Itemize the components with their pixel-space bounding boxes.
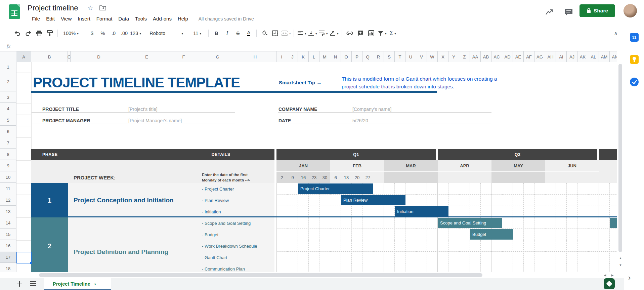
gantt-cell[interactable] <box>330 240 341 252</box>
text-rotation-icon[interactable]: ▾ <box>329 28 339 38</box>
selected-cell-a17[interactable] <box>16 252 32 263</box>
gantt-cell[interactable] <box>276 252 287 263</box>
avatar[interactable] <box>624 4 637 17</box>
gantt-cell[interactable] <box>470 195 481 206</box>
gantt-cell[interactable] <box>287 195 298 206</box>
menu-edit[interactable]: Edit <box>43 15 58 23</box>
gantt-cell[interactable] <box>610 206 617 217</box>
gantt-cell[interactable] <box>588 263 599 272</box>
gantt-cell[interactable] <box>599 206 610 217</box>
gantt-cell[interactable] <box>545 240 556 252</box>
gantt-cell[interactable] <box>319 217 330 229</box>
gantt-cell[interactable] <box>309 206 319 217</box>
gantt-cell[interactable] <box>448 206 459 217</box>
sheet-tab-caret-icon[interactable]: ▾ <box>94 282 96 286</box>
gantt-cell[interactable] <box>534 206 545 217</box>
column-header-A[interactable]: A <box>16 51 31 62</box>
gantt-cell[interactable] <box>599 263 610 272</box>
column-header-E[interactable]: E <box>127 51 166 62</box>
fill-color-icon[interactable] <box>259 28 269 38</box>
gantt-cell[interactable] <box>556 183 567 195</box>
gantt-cell[interactable] <box>459 206 470 217</box>
row-header-8[interactable]: 8 <box>0 149 16 160</box>
row-header-10[interactable]: 10 <box>0 172 16 183</box>
column-header-AF[interactable]: AF <box>524 51 534 62</box>
gantt-cell[interactable] <box>588 183 599 195</box>
gantt-cell[interactable] <box>362 229 373 240</box>
gantt-cell[interactable] <box>298 195 309 206</box>
column-header-AJ[interactable]: AJ <box>567 51 577 62</box>
gantt-cell[interactable] <box>384 252 395 263</box>
gantt-cell[interactable] <box>534 195 545 206</box>
zoom-select[interactable]: 100%▾ <box>60 28 81 38</box>
keep-icon[interactable] <box>630 55 639 64</box>
gantt-cell[interactable] <box>502 195 513 206</box>
column-header-L[interactable]: L <box>309 51 319 62</box>
gantt-cell[interactable] <box>513 206 524 217</box>
column-header-Z[interactable]: Z <box>459 51 470 62</box>
gantt-cell[interactable] <box>534 183 545 195</box>
gantt-cell[interactable] <box>577 195 588 206</box>
menu-file[interactable]: File <box>29 15 43 23</box>
gantt-cell[interactable] <box>459 252 470 263</box>
menu-help[interactable]: Help <box>175 15 191 23</box>
gantt-cell[interactable] <box>502 206 513 217</box>
menu-data[interactable]: Data <box>115 15 132 23</box>
all-sheets-icon[interactable] <box>30 281 36 287</box>
gantt-cell[interactable] <box>405 195 416 206</box>
gantt-cell[interactable] <box>556 263 567 272</box>
share-button[interactable]: Share <box>579 4 615 17</box>
gantt-cell[interactable] <box>448 240 459 252</box>
row-headers[interactable]: 123456789101112131415161718 <box>0 62 16 272</box>
column-header-Q[interactable]: Q <box>362 51 373 62</box>
gantt-cell[interactable] <box>330 217 341 229</box>
undo-icon[interactable] <box>12 28 23 38</box>
gantt-cell[interactable] <box>567 229 577 240</box>
calendar-icon[interactable]: 31 <box>630 33 639 42</box>
number-format-button[interactable]: 123▾ <box>130 28 141 38</box>
column-header-S[interactable]: S <box>384 51 395 62</box>
gantt-cell[interactable] <box>502 263 513 272</box>
insert-comment-icon[interactable] <box>355 28 366 38</box>
column-header-AD[interactable]: AD <box>502 51 513 62</box>
gantt-cell[interactable] <box>341 263 352 272</box>
gantt-cell[interactable] <box>567 183 577 195</box>
gantt-cell[interactable] <box>405 183 416 195</box>
gantt-cell[interactable] <box>459 229 470 240</box>
scroll-left-icon[interactable]: ◀ <box>602 273 608 278</box>
gantt-cell[interactable] <box>610 195 617 206</box>
gantt-cell[interactable] <box>287 240 298 252</box>
gantt-bar[interactable] <box>610 218 617 228</box>
gantt-cell[interactable] <box>416 183 427 195</box>
gantt-cell[interactable] <box>524 229 534 240</box>
column-header-AG[interactable]: AG <box>534 51 545 62</box>
gantt-cell[interactable] <box>362 263 373 272</box>
gantt-cell[interactable] <box>524 240 534 252</box>
insert-chart-icon[interactable] <box>366 28 376 38</box>
gantt-cell[interactable] <box>481 252 491 263</box>
gantt-cell[interactable] <box>588 229 599 240</box>
gantt-cell[interactable] <box>588 240 599 252</box>
percent-format-button[interactable]: % <box>98 28 108 38</box>
scroll-right-icon[interactable]: ▶ <box>609 273 615 278</box>
column-header-T[interactable]: T <box>395 51 405 62</box>
gantt-cell[interactable] <box>384 240 395 252</box>
column-header-V[interactable]: V <box>416 51 427 62</box>
gantt-cell[interactable] <box>427 183 438 195</box>
gantt-cell[interactable] <box>556 240 567 252</box>
gantt-cell[interactable] <box>309 229 319 240</box>
gantt-cell[interactable] <box>341 206 352 217</box>
sheet-grid[interactable]: PROJECT TIMELINE TEMPLATESmartsheet Tip … <box>16 62 617 272</box>
gantt-cell[interactable] <box>319 195 330 206</box>
gantt-cell[interactable] <box>319 263 330 272</box>
row-header-2[interactable]: 2 <box>0 73 16 91</box>
gantt-cell[interactable] <box>395 217 405 229</box>
menu-addons[interactable]: Add-ons <box>150 15 175 23</box>
gantt-cell[interactable] <box>610 263 617 272</box>
column-header-AM[interactable]: AM <box>599 51 610 62</box>
gantt-cell[interactable] <box>373 263 384 272</box>
redo-icon[interactable] <box>23 28 33 38</box>
gantt-cell[interactable] <box>427 229 438 240</box>
gantt-cell[interactable] <box>470 183 481 195</box>
gantt-cell[interactable] <box>427 240 438 252</box>
